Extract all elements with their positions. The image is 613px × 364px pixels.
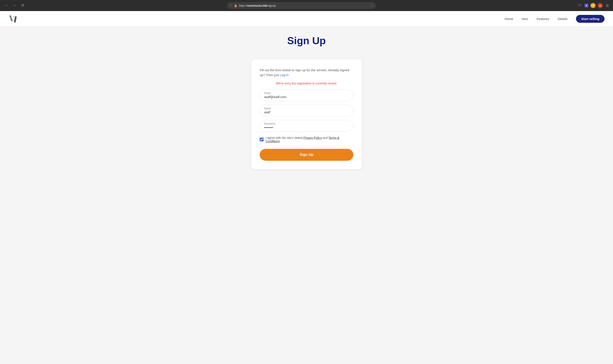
browser-nav-buttons: ← → ↺: [3, 2, 25, 9]
password-input[interactable]: [264, 126, 349, 129]
checkbox-label: I agree with the site's stated Privacy P…: [266, 136, 353, 143]
page-title: Sign Up: [287, 35, 326, 47]
error-message: We're sorry but registration is currentl…: [260, 82, 353, 85]
reload-button[interactable]: ↺: [20, 2, 25, 9]
website: Home Intro Features Details Start sellin…: [0, 11, 613, 364]
browser-chrome: ← → ↺ 🛡 🔒 https://nunchucks.htb/signup ☆…: [0, 0, 613, 11]
back-button[interactable]: ←: [3, 2, 10, 9]
form-card: Fill out the form below to sign up for t…: [251, 59, 362, 169]
nav-home[interactable]: Home: [505, 17, 513, 21]
form-intro-text: Fill out the form below to sign up for t…: [260, 68, 353, 78]
url-display: https://nunchucks.htb/signup: [239, 4, 369, 7]
password-field-group: Password: [260, 120, 353, 132]
forward-button[interactable]: →: [12, 2, 18, 9]
address-bar[interactable]: 🛡 🔒 https://nunchucks.htb/signup ☆: [227, 2, 376, 9]
user-avatar-1[interactable]: 🪙: [590, 3, 596, 8]
checkbox-text-pre: I agree with the site's stated: [266, 136, 303, 140]
user-avatar-2[interactable]: 🦊: [598, 3, 603, 8]
shield-icon: 🛡: [230, 4, 232, 7]
logo-image: [9, 13, 23, 25]
checkbox-and: and: [322, 136, 328, 140]
password-label: Password: [264, 122, 349, 125]
login-link[interactable]: Log In: [280, 73, 289, 77]
form-intro-prefix: Fill out the form below to sign up for t…: [260, 68, 349, 77]
password-field-wrapper[interactable]: Password: [260, 120, 353, 132]
navbar-nav: Home Intro Features Details Start sellin…: [505, 15, 604, 23]
menu-button[interactable]: ☰: [605, 3, 610, 9]
terms-checkbox[interactable]: [260, 138, 263, 141]
email-label: Email: [264, 92, 349, 95]
url-prefix: https://: [239, 4, 247, 7]
browser-right-icons: 🛡 8 🪙 🦊 ☰: [577, 3, 610, 9]
main-content: Sign Up Fill out the form below to sign …: [0, 26, 613, 186]
email-field-group: Email: [260, 89, 353, 101]
url-path: /signup: [267, 4, 276, 7]
extension-badge[interactable]: 8: [585, 4, 588, 7]
bookmark-icon[interactable]: ☆: [370, 4, 373, 8]
shield-extension-icon[interactable]: 🛡: [577, 3, 582, 8]
lock-icon: 🔒: [234, 4, 237, 7]
signup-button[interactable]: Sign Up: [260, 149, 353, 161]
nav-intro[interactable]: Intro: [522, 17, 528, 21]
privacy-policy-link[interactable]: Privacy Policy: [303, 136, 322, 140]
name-label: Name: [264, 107, 349, 110]
name-field-group: Name: [260, 104, 353, 117]
name-field-wrapper[interactable]: Name: [260, 104, 353, 117]
nav-features[interactable]: Features: [537, 17, 549, 21]
terms-checkbox-row: I agree with the site's stated Privacy P…: [260, 136, 353, 143]
navbar: Home Intro Features Details Start sellin…: [0, 11, 613, 26]
nav-details[interactable]: Details: [558, 17, 567, 21]
url-domain: nunchucks.htb: [247, 4, 267, 7]
navbar-logo[interactable]: [9, 13, 23, 25]
email-field-wrapper[interactable]: Email: [260, 89, 353, 101]
start-selling-button[interactable]: Start selling: [576, 15, 604, 23]
name-input[interactable]: [264, 110, 349, 114]
email-input[interactable]: [264, 95, 349, 99]
